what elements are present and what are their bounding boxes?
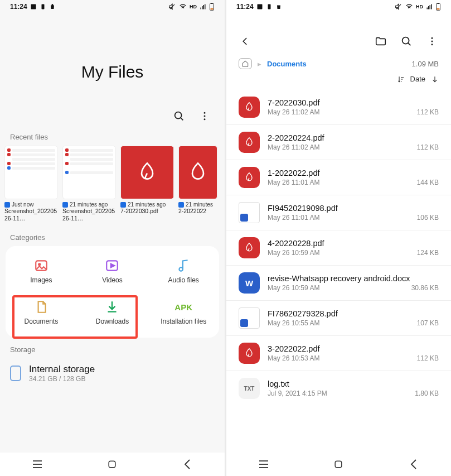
images-icon [34,258,49,273]
svg-rect-22 [437,8,440,9]
cat-label: Downloads [96,318,129,325]
recent-tile[interactable]: 21 minutes 2-2022022 [178,146,217,222]
storage-icon [10,366,21,381]
folder-icon [375,35,387,47]
signal-icon [426,3,433,10]
nav-recents[interactable] [257,458,270,471]
recent-name: Screenshot_20220526-11… [4,208,58,222]
file-name: FI94520219098.pdf [268,204,439,213]
file-date: May 26 11:02 AM [268,143,319,151]
recent-tile[interactable]: Just now Screenshot_20220526-11… [4,146,58,222]
file-size: 107 KB [417,319,439,327]
category-downloads[interactable]: Downloads [77,294,148,330]
nav-home[interactable] [105,458,119,471]
pdf-icon [136,161,158,184]
nav-recents[interactable] [31,458,44,471]
breadcrumb-current[interactable]: Documents [267,60,307,68]
file-date: May 26 11:01 AM [268,214,319,222]
cat-label: Documents [24,318,58,325]
bag-icon [275,3,282,10]
breadcrumb[interactable]: ▸ Documents [239,58,307,69]
svg-point-9 [204,118,206,120]
doc-file-icon [239,307,260,329]
file-date: May 26 10:59 AM [268,249,319,257]
file-row[interactable]: FI78620279328.pdfMay 26 10:55 AM107 KB [226,301,451,336]
file-row[interactable]: 7-2022030.pdfMay 26 11:02 AM112 KB [226,90,451,125]
categories-title: Categories [0,233,225,246]
sort-row[interactable]: Date [226,75,451,90]
file-date: May 26 11:02 AM [268,108,319,116]
pdf-thumb [120,146,174,199]
svg-rect-18 [257,4,262,9]
directory-size: 1.09 MB [412,60,439,68]
hd-icon: HD [416,4,423,9]
file-name: 1-2022022.pdf [268,169,439,177]
search-button[interactable] [400,35,413,48]
svg-rect-3 [211,3,213,3]
more-vert-icon [199,110,210,122]
recent-time: 21 minutes [186,201,213,208]
file-row[interactable]: 3-2022022.pdfMay 26 10:53 AM112 KB [226,336,451,371]
battery-saver-icon [266,3,273,10]
mute-icon [168,3,176,11]
apk-icon: APK [174,302,192,312]
file-list[interactable]: 7-2022030.pdfMay 26 11:02 AM112 KB2-2022… [226,90,451,476]
nav-back[interactable] [181,458,194,471]
recent-name: Screenshot_20220526-11… [62,208,116,222]
more-button[interactable] [198,109,211,123]
file-name: revise-Whatsapp recovery android.docx [268,274,439,283]
screenshot-thumb [62,146,116,199]
file-row[interactable]: 1-2022022.pdfMay 26 11:01 AM144 KB [226,160,451,195]
recent-files-strip[interactable]: Just now Screenshot_20220526-11… 21 minu… [0,146,225,233]
mute-icon [395,3,402,11]
file-name: 7-2022030.pdf [268,98,439,107]
file-row[interactable]: 4-20220228.pdfMay 26 10:59 AM124 KB [226,230,451,266]
folder-button[interactable] [374,35,387,48]
txt-file-icon: TXT [239,378,260,399]
more-button[interactable] [425,35,439,48]
category-videos[interactable]: Videos [77,253,148,289]
wifi-icon [405,3,413,11]
status-bar: 11:24 HD [226,0,451,12]
file-name: FI78620279328.pdf [268,309,439,318]
file-size: 112 KB [417,108,439,116]
home-icon [241,60,249,68]
category-images[interactable]: Images [6,253,77,289]
nav-back[interactable] [407,458,420,471]
pdf-thumb [178,146,217,199]
file-size: 124 KB [417,249,439,257]
storage-title: Storage [0,345,225,358]
status-time: 11:24 [10,3,27,11]
category-audio[interactable]: Audio files [148,253,219,289]
pdf-file-icon [239,97,260,118]
more-vert-icon [426,36,438,47]
category-apk[interactable]: APK Installation files [148,294,219,330]
image-icon [256,3,263,10]
docx-file-icon: W [239,272,260,294]
pdf-file-icon [239,237,260,258]
arrow-down-icon[interactable] [431,75,439,83]
toolbar [0,109,225,133]
back-button[interactable] [239,35,252,48]
recent-tile[interactable]: 21 minutes ago Screenshot_20220526-11… [62,146,116,222]
file-date: May 26 11:01 AM [268,179,319,186]
file-row[interactable]: Wrevise-Whatsapp recovery android.docxMa… [226,266,451,301]
category-documents[interactable]: Documents [6,294,77,330]
file-row[interactable]: TXTlog.txtJul 9, 2021 4:15 PM1.80 KB [226,371,451,406]
status-left: 11:24 [10,3,56,11]
file-row[interactable]: FI94520219098.pdfMay 26 11:01 AM106 KB [226,195,451,230]
categories-card: Images Videos Audio files Documents Down… [6,246,219,338]
nav-home[interactable] [332,458,345,471]
pdf-file-icon [239,132,260,153]
svg-rect-4 [211,8,214,9]
file-row[interactable]: 2-20220224.pdfMay 26 11:02 AM112 KB [226,125,451,160]
svg-rect-17 [109,461,116,468]
home-crumb[interactable] [239,58,252,69]
internal-storage-row[interactable]: Internal storage 34.21 GB / 128 GB [0,358,225,386]
search-button[interactable] [172,109,186,123]
recent-tile[interactable]: 21 minutes ago 7-2022030.pdf [120,146,174,222]
storage-detail: 34.21 GB / 128 GB [29,375,95,383]
file-name: 4-20220228.pdf [268,239,439,248]
recent-files-title: Recent files [0,133,225,146]
battery-icon [435,3,441,11]
